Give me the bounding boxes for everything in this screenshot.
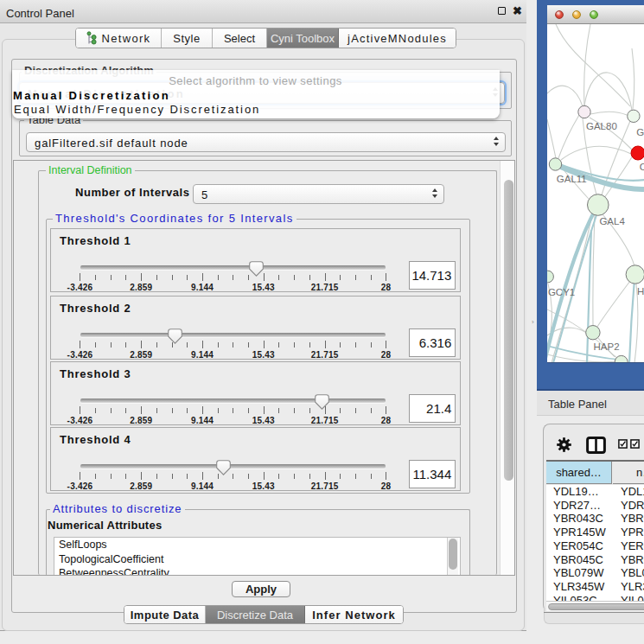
svg-text:GCY1: GCY1: [547, 287, 574, 297]
svg-text:GAL80: GAL80: [586, 121, 617, 131]
svg-text:GAL11: GAL11: [556, 174, 586, 184]
svg-text:GAL4: GAL4: [599, 216, 625, 226]
svg-text:C: C: [639, 162, 644, 172]
svg-text:G: G: [636, 127, 644, 137]
svg-text:HAP2: HAP2: [593, 341, 619, 352]
svg-text:H: H: [637, 286, 644, 296]
